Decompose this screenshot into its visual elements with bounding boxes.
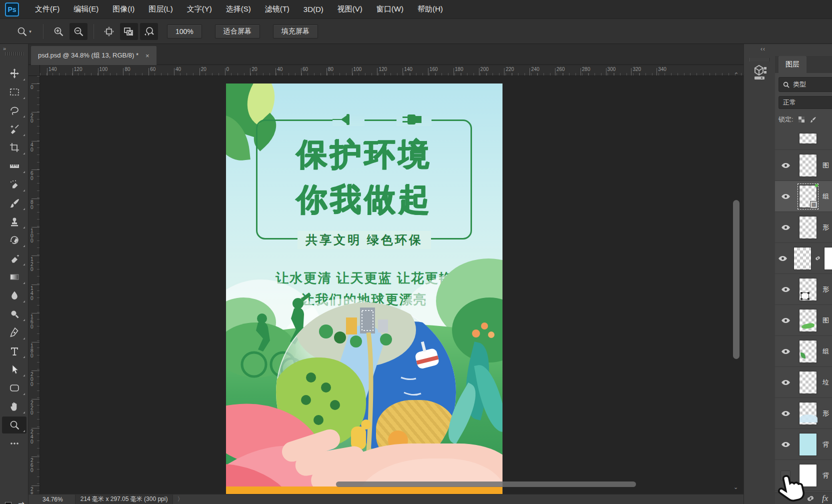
spot-healing-tool[interactable] [2,176,26,193]
layer-name[interactable]: 形 [822,409,829,418]
eraser-tool[interactable] [2,250,26,267]
scroll-down-icon[interactable]: ⌄ [734,484,738,490]
horizontal-ruler[interactable]: 1401201008060402002040608010012014016018… [40,65,744,76]
layer-name[interactable]: 组 [822,347,829,356]
horizontal-scrollbar[interactable] [336,482,636,487]
layer-thumbnail[interactable] [799,309,817,332]
layer-thumbnail[interactable]: ▨ [799,185,817,208]
layer-row-4[interactable] [775,243,832,274]
menu-item-9[interactable]: 视图(V) [330,0,370,19]
pen-tool[interactable] [2,324,26,341]
poster-document[interactable]: 保护环境 你我做起 共享文明 绿色环保 让水更清 让天更蓝 让花更艳 让我们的地… [226,84,502,494]
layer-row-9[interactable]: 形 [775,398,832,429]
link-layers-icon[interactable] [806,494,815,502]
layer-style-fx-icon[interactable]: fx [822,494,828,504]
zoom-100-button[interactable]: 100% [167,24,202,38]
scroll-up-icon[interactable]: ⌃ [734,72,738,78]
eye-icon[interactable] [781,348,790,354]
tab-layers[interactable]: 图层 [778,56,806,73]
hand-tool[interactable] [2,398,26,415]
blend-mode-select[interactable]: 正常 [778,96,832,109]
layer-name[interactable]: 形 [822,223,829,232]
dodge-tool[interactable] [2,306,26,322]
history-brush-tool[interactable] [2,232,26,248]
layer-name[interactable]: 图 [822,316,829,325]
more-tools[interactable] [2,435,26,452]
collapse-tools-button[interactable]: » [3,46,6,52]
menu-item-4[interactable]: 图层(L) [142,0,180,19]
brush-tool[interactable] [2,194,26,212]
menu-item-2[interactable]: 编辑(E) [66,0,106,19]
gradient-tool[interactable] [2,268,26,286]
menu-item-5[interactable]: 文字(Y) [180,0,219,19]
eye-icon[interactable] [781,318,790,324]
vertical-scrollbar[interactable] [733,200,740,359]
menu-item-8[interactable]: 3D(D) [296,0,330,19]
vertical-ruler[interactable]: 02 04 06 08 01 0 01 2 01 4 01 6 01 8 02 … [28,76,40,494]
crop-tool[interactable] [2,139,26,156]
tools-grip[interactable] [5,52,24,56]
eye-icon[interactable] [781,162,790,168]
eye-icon[interactable] [781,286,790,292]
layer-row-1[interactable]: 图 [775,150,832,181]
clone-stamp-tool[interactable] [2,213,26,230]
fit-screen-button[interactable]: 适合屏幕 [215,24,260,38]
menu-item-1[interactable]: 文件(F) [28,0,66,19]
ruler-tool[interactable] [2,158,26,174]
fill-screen-button[interactable]: 填充屏幕 [273,24,318,38]
layer-row-6[interactable]: 图 [775,305,832,336]
panel-cube-icon[interactable] [751,64,768,81]
scrubby-zoom-toggle[interactable] [140,23,158,40]
path-select-tool[interactable] [2,361,26,378]
swap-colors-icon[interactable]: ⇄ [18,500,24,504]
status-zoom-level[interactable]: 34.76% [42,496,63,503]
layer-name[interactable]: 背 [822,440,829,449]
status-chevron-icon[interactable]: 〉 [177,495,183,504]
close-icon[interactable]: × [146,52,150,60]
layer-row-2[interactable]: ▨ 组 [775,181,832,212]
layer-filter-input[interactable]: 类型 [778,77,832,92]
eye-icon[interactable] [781,442,790,448]
layer-name[interactable]: 背 [822,471,829,480]
layer-row-5[interactable]: 形 [775,274,832,305]
eye-icon[interactable] [781,410,790,416]
layer-name[interactable]: 垃 [822,378,829,387]
layer-thumbnail[interactable] [799,133,817,144]
canvas-viewport[interactable]: 保护环境 你我做起 共享文明 绿色环保 让水更清 让天更蓝 让花更艳 让我们的地… [40,76,744,494]
layer-mask-thumbnail[interactable] [824,247,832,270]
layer-row-7[interactable]: 组 [775,336,832,367]
zoom-in-toggle[interactable] [50,23,68,40]
status-document-info[interactable]: 214 毫米 x 297.05 毫米 (300 ppi) [75,494,174,504]
eye-icon[interactable] [781,224,790,230]
document-tab[interactable]: psd.psd @ 34.8% (组 13, RGB/8) * × [31,46,156,65]
lock-pixels-icon[interactable] [810,116,816,123]
shape-tool[interactable] [2,380,26,396]
eye-icon[interactable] [778,256,788,262]
zoom-all-windows-toggle[interactable] [120,23,138,40]
menu-item-11[interactable]: 帮助(H) [410,0,450,19]
lock-transparency-icon[interactable] [798,116,805,123]
eye-icon[interactable] [781,194,790,200]
resize-windows-toggle[interactable] [100,23,118,40]
move-tool[interactable] [2,65,26,82]
layer-row-10[interactable]: 背 [775,429,832,460]
layer-thumbnail[interactable] [799,402,817,425]
layer-name[interactable]: 图 [822,161,829,170]
layer-row-3[interactable]: 形 [775,212,832,243]
layer-name[interactable]: 组 [822,192,829,201]
lasso-tool[interactable] [2,102,26,119]
layer-thumbnail[interactable] [799,154,817,177]
layer-row-8[interactable]: 垃 [775,367,832,398]
default-colors-icon[interactable] [5,502,12,504]
layer-thumbnail[interactable] [799,371,817,394]
layer-thumbnail[interactable] [794,247,812,270]
layer-thumbnail[interactable] [799,216,817,239]
zoom-tool-preset[interactable]: ▾ [11,23,37,40]
collapse-panels-button[interactable]: ‹‹ [760,46,766,52]
marquee-tool[interactable] [2,84,26,100]
menu-item-10[interactable]: 窗口(W) [370,0,410,19]
menu-item-3[interactable]: 图像(I) [106,0,142,19]
magic-wand-tool[interactable] [2,120,26,138]
layer-row-0[interactable] [775,133,832,150]
type-tool[interactable] [2,342,26,360]
